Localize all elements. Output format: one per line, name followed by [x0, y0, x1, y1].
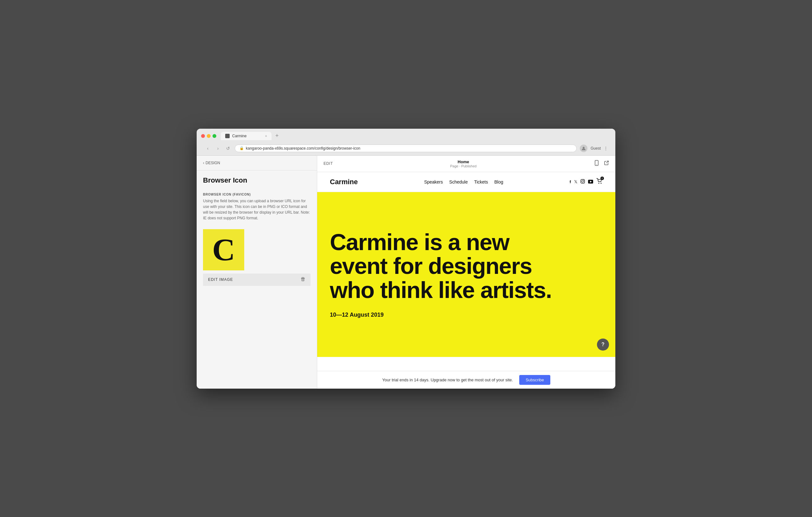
site-nav-social: f 𝕏 0	[570, 178, 603, 186]
site-logo: Carmine	[330, 178, 358, 186]
svg-point-9	[584, 180, 584, 181]
site-preview: Carmine Speakers Schedule Tickets Blog f…	[317, 172, 615, 371]
svg-rect-7	[581, 179, 585, 183]
mobile-preview-button[interactable]	[594, 160, 600, 167]
minimize-window-button[interactable]	[207, 134, 211, 138]
svg-point-8	[582, 180, 584, 182]
refresh-button[interactable]: ↺	[225, 146, 232, 151]
chevron-left-icon: ‹	[203, 161, 204, 165]
url-bar[interactable]: 🔒 kangaroo-panda-x69s.squarespace.com/co…	[235, 145, 577, 152]
url-text: kangaroo-panda-x69s.squarespace.com/conf…	[246, 146, 360, 151]
lock-icon: 🔒	[239, 146, 244, 150]
help-button[interactable]: ?	[597, 338, 609, 351]
tab-close-button[interactable]: ×	[265, 134, 267, 138]
svg-rect-2	[302, 278, 304, 281]
edit-button[interactable]: EDIT	[323, 161, 333, 166]
open-external-button[interactable]	[604, 160, 609, 167]
page-status: Page · Published	[450, 164, 476, 168]
site-nav: Carmine Speakers Schedule Tickets Blog f…	[317, 172, 615, 192]
tab-favicon	[225, 134, 230, 138]
preview-topbar: EDIT Home Page · Published	[317, 156, 615, 172]
menu-icon[interactable]: ⋮	[604, 146, 608, 151]
hero-date: 10—12 August 2019	[330, 312, 603, 318]
svg-point-13	[601, 183, 601, 184]
preview-controls	[594, 160, 609, 167]
cart-icon[interactable]: 0	[596, 178, 603, 186]
youtube-icon[interactable]	[588, 179, 593, 184]
delete-icon[interactable]	[300, 277, 306, 283]
section-title: BROWSER ICON (FAVICON)	[197, 188, 317, 198]
section-description: Using the field below, you can upload a …	[197, 198, 317, 226]
tab-title: Carmine	[232, 134, 246, 138]
site-nav-links: Speakers Schedule Tickets Blog	[424, 179, 503, 184]
user-label: Guest	[590, 146, 601, 151]
back-label: DESIGN	[206, 161, 220, 165]
browser-content: ‹ DESIGN Browser Icon BROWSER ICON (FAVI…	[197, 156, 615, 389]
trial-message: Your trial ends in 14 days. Upgrade now …	[382, 377, 513, 382]
nav-link-schedule[interactable]: Schedule	[449, 179, 467, 184]
browser-tab[interactable]: Carmine ×	[221, 132, 271, 140]
panel-title: Browser Icon	[197, 171, 317, 188]
svg-point-6	[596, 164, 597, 165]
nav-link-tickets[interactable]: Tickets	[474, 179, 488, 184]
maximize-window-button[interactable]	[212, 134, 216, 138]
user-avatar[interactable]	[580, 145, 587, 152]
nav-link-speakers[interactable]: Speakers	[424, 179, 443, 184]
facebook-icon[interactable]: f	[570, 179, 571, 184]
tab-bar: Carmine × +	[201, 132, 611, 140]
user-area: Guest ⋮	[580, 145, 608, 152]
svg-point-12	[598, 183, 599, 184]
nav-link-blog[interactable]: Blog	[494, 179, 503, 184]
chrome-bar: Carmine × + ‹ › ↺ 🔒 kangaroo-panda-x69s.…	[197, 129, 615, 156]
page-name: Home	[450, 159, 476, 164]
new-tab-button[interactable]: +	[273, 132, 281, 139]
traffic-lights	[201, 134, 216, 138]
instagram-icon[interactable]	[580, 179, 585, 184]
edit-image-label: EDIT IMAGE	[208, 277, 233, 282]
trial-banner: Your trial ends in 14 days. Upgrade now …	[317, 371, 615, 389]
cart-count: 0	[601, 177, 604, 180]
edit-image-bar[interactable]: EDIT IMAGE	[203, 274, 311, 286]
forward-button[interactable]: ›	[214, 146, 222, 151]
page-info: Home Page · Published	[450, 159, 476, 168]
close-window-button[interactable]	[201, 134, 205, 138]
sidebar-panel: ‹ DESIGN Browser Icon BROWSER ICON (FAVI…	[197, 156, 317, 389]
back-button[interactable]: ‹	[204, 146, 211, 151]
preview-area: EDIT Home Page · Published	[317, 156, 615, 389]
favicon-preview: C	[203, 229, 244, 270]
subscribe-button[interactable]: Subscribe	[519, 375, 550, 385]
hero-headline: Carmine is a new event for designers who…	[330, 231, 552, 302]
twitter-icon[interactable]: 𝕏	[574, 179, 577, 184]
address-bar: ‹ › ↺ 🔒 kangaroo-panda-x69s.squarespace.…	[201, 143, 611, 155]
favicon-letter: C	[212, 232, 235, 268]
back-to-design-button[interactable]: ‹ DESIGN	[197, 156, 317, 171]
site-hero: Carmine is a new event for designers who…	[317, 192, 615, 357]
browser-window: Carmine × + ‹ › ↺ 🔒 kangaroo-panda-x69s.…	[197, 129, 615, 389]
